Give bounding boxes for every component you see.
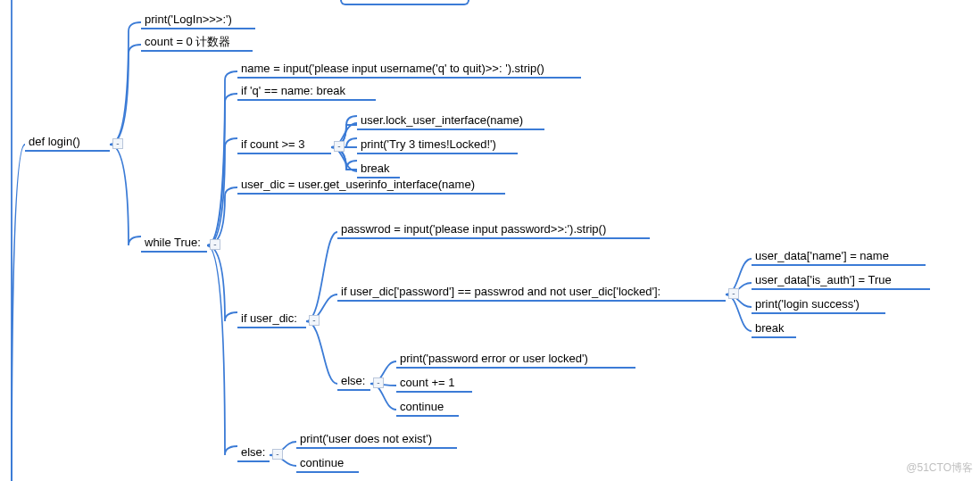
node-print-pw-error[interactable]: print('password error or user locked') [396,351,635,369]
node-label: else: [241,445,265,459]
node-label: break [755,321,785,335]
node-if-q-break[interactable]: if 'q' == name: break [237,83,376,101]
node-userdata-isauth[interactable]: user_data['is_auth'] = True [752,272,930,290]
collapse-icon[interactable]: - [334,141,345,152]
node-while-true[interactable]: while True: [141,235,207,253]
node-label: print('user does not exist') [300,432,432,445]
node-label: user.lock_user_interface(name) [361,113,523,127]
node-label: if 'q' == name: break [241,84,345,97]
node-label: print('LogIn>>>:') [145,12,232,26]
node-lock-user[interactable]: user.lock_user_interface(name) [357,112,544,130]
node-label: while True: [145,236,201,249]
node-label: user_data['is_auth'] = True [755,273,892,286]
node-label: print('password error or user locked') [400,352,588,365]
node-continue-1[interactable]: continue [396,399,459,417]
node-input-name[interactable]: name = input('please input username('q' … [237,61,581,79]
node-label: print('login success') [755,297,860,311]
node-userdata-name[interactable]: user_data['name'] = name [752,248,926,266]
node-label: count += 1 [400,376,454,389]
collapse-icon[interactable]: - [309,315,320,326]
node-label: name = input('please input username('q' … [241,62,544,75]
collapse-icon[interactable]: - [112,138,123,149]
mindmap-canvas: def login() - print('LogIn>>>:') count =… [0,0,980,481]
node-label: else: [341,374,365,387]
watermark-text: @51CTO博客 [906,461,973,474]
collapse-icon[interactable]: - [272,449,283,460]
node-print-success[interactable]: print('login success') [752,296,885,314]
node-if-userdic[interactable]: if user_dic: [237,311,306,328]
node-count-inc[interactable]: count += 1 [396,375,472,393]
node-label: if count >= 3 [241,137,305,151]
partial-node [340,0,469,5]
collapse-icon[interactable]: - [373,377,384,388]
collapse-icon[interactable]: - [728,288,739,299]
node-get-userinfo[interactable]: user_dic = user.get_userinfo_interface(n… [237,177,505,195]
node-label: passwrod = input('please input password>… [341,222,606,236]
watermark: @51CTO博客 [906,460,973,476]
node-input-password[interactable]: passwrod = input('please input password>… [337,221,650,239]
node-else-outer[interactable]: else: [237,444,270,462]
node-def-login[interactable]: def login() [25,134,110,152]
node-label: user_dic = user.get_userinfo_interface(n… [241,178,475,191]
node-else-inner[interactable]: else: [337,373,370,391]
node-continue-2[interactable]: continue [296,455,359,473]
node-if-count[interactable]: if count >= 3 [237,137,331,154]
node-print-noexist[interactable]: print('user does not exist') [296,431,457,449]
node-count-init[interactable]: count = 0 计数器 [141,34,253,52]
collapse-icon[interactable]: - [210,239,220,250]
node-label: print('Try 3 times!Locked!') [361,137,496,151]
node-label: if user_dic['password'] == passwrod and … [341,285,660,298]
node-label: def login() [29,135,80,148]
node-label: user_data['name'] = name [755,249,889,262]
node-print-locked[interactable]: print('Try 3 times!Locked!') [357,137,518,154]
node-label: if user_dic: [241,311,297,325]
node-print-login[interactable]: print('LogIn>>>:') [141,12,255,29]
node-label: continue [400,400,444,413]
node-label: break [361,162,390,175]
node-break-2[interactable]: break [752,320,796,338]
node-label: continue [300,456,344,469]
node-label: count = 0 计数器 [145,35,230,48]
node-if-password-ok[interactable]: if user_dic['password'] == passwrod and … [337,284,726,302]
node-break-1[interactable]: break [357,161,400,178]
